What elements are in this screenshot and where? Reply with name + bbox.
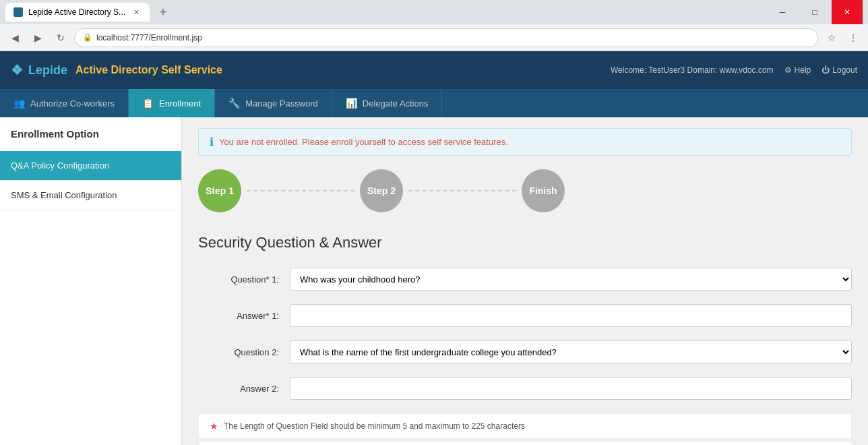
tab-close-button[interactable]: ✕ (131, 7, 142, 18)
browser-action-buttons: ☆ ⋮ (822, 28, 863, 47)
window-controls: ─ □ ✕ (767, 0, 863, 24)
star-icon-1: ★ (210, 421, 218, 432)
app-container: ❖ Lepide Active Directory Self Service W… (0, 51, 868, 445)
info-icon: ℹ (210, 136, 214, 148)
validation-text-1: The Length of Question Field should be m… (224, 421, 525, 431)
manage-password-icon: 🔧 (228, 98, 240, 109)
back-button[interactable]: ◀ (5, 28, 24, 47)
form-row-answer2: Answer 2: (198, 377, 852, 400)
validation-msg-2: ★ The Length of Answer Field should be m… (198, 442, 852, 445)
step-dots-2 (408, 190, 516, 191)
minimize-button[interactable]: ─ (767, 0, 798, 24)
app-nav: 👥 Authorize Co-workers 📋 Enrollment 🔧 Ma… (0, 89, 868, 117)
app-header: ❖ Lepide Active Directory Self Service W… (0, 51, 868, 89)
answer1-label: Answer* 1: (198, 311, 279, 321)
header-right: Welcome: TestUser3 Domain: www.vdoc.com … (611, 65, 857, 75)
tab-title: Lepide Active Directory S... (28, 7, 125, 17)
step2-label: Step 2 (367, 185, 396, 196)
nav-label-manage-password: Manage Password (245, 98, 318, 109)
logo-icon: ❖ (11, 62, 23, 78)
browser-title-bar: Lepide Active Directory S... ✕ + ─ □ ✕ (0, 0, 868, 24)
tab-favicon (13, 7, 23, 17)
close-button[interactable]: ✕ (832, 0, 863, 24)
form-row-question2: Question 2: What is the name of the firs… (198, 340, 852, 363)
alert-message: You are not enrolled. Please enroll your… (219, 137, 508, 147)
logout-label: Logout (832, 65, 857, 75)
form-row-answer1: Answer* 1: (198, 304, 852, 327)
enrollment-form: Question* 1: Who was your childhood hero… (198, 268, 852, 445)
nav-label-delegate-actions: Delegate Actions (363, 98, 429, 109)
app-body: Enrollment Option Q&A Policy Configurati… (0, 117, 868, 445)
browser-controls: ◀ ▶ ↻ 🔒 localhost:7777/Enrollment.jsp ☆ … (0, 24, 868, 51)
sidebar: Enrollment Option Q&A Policy Configurati… (0, 117, 182, 445)
reload-button[interactable]: ↻ (51, 28, 70, 47)
question2-select[interactable]: What is the name of the first undergradu… (290, 340, 852, 363)
question1-label: Question* 1: (198, 274, 279, 285)
nav-label-authorize: Authorize Co-workers (30, 98, 115, 109)
steps-container: Step 1 Step 2 Finish (198, 169, 852, 212)
help-label: Help (795, 65, 811, 75)
new-tab-button[interactable]: + (154, 3, 173, 22)
answer2-label: Answer 2: (198, 384, 279, 394)
maximize-button[interactable]: □ (799, 0, 830, 24)
alert-banner: ℹ You are not enrolled. Please enroll yo… (198, 128, 852, 156)
logo-subtitle: Active Directory Self Service (75, 64, 222, 76)
nav-item-manage-password[interactable]: 🔧 Manage Password (215, 89, 332, 117)
question1-select[interactable]: Who was your childhood hero? What is you… (290, 268, 852, 291)
step2-circle[interactable]: Step 2 (360, 169, 403, 212)
sidebar-item-qa-policy[interactable]: Q&A Policy Configuration (0, 151, 181, 181)
section-title: Security Question & Answer (198, 234, 852, 251)
forward-button[interactable]: ▶ (28, 28, 47, 47)
content-area: ℹ You are not enrolled. Please enroll yo… (182, 117, 868, 445)
address-bar[interactable]: 🔒 localhost:7777/Enrollment.jsp (74, 28, 818, 47)
validation-msg-1: ★ The Length of Question Field should be… (198, 413, 852, 439)
sidebar-item-sms-email[interactable]: SMS & Email Configuration (0, 181, 181, 210)
form-row-question1: Question* 1: Who was your childhood hero… (198, 268, 852, 291)
finish-circle[interactable]: Finish (522, 169, 565, 212)
delegate-actions-icon: 📊 (346, 98, 357, 109)
logout-icon: ⏻ (822, 65, 830, 75)
enrollment-icon: 📋 (142, 98, 154, 109)
bookmark-icon[interactable]: ☆ (822, 28, 841, 47)
authorize-icon: 👥 (13, 98, 25, 109)
menu-icon[interactable]: ⋮ (844, 28, 863, 47)
url-text: localhost:7777/Enrollment.jsp (96, 33, 809, 42)
logo-name: Lepide (28, 63, 67, 78)
lock-icon: 🔒 (83, 33, 92, 42)
logout-link[interactable]: ⏻ Logout (822, 65, 857, 75)
help-icon: ⚙ (784, 65, 792, 75)
nav-item-enrollment[interactable]: 📋 Enrollment (129, 89, 215, 117)
step1-circle[interactable]: Step 1 (198, 169, 241, 212)
question2-label: Question 2: (198, 347, 279, 357)
nav-label-enrollment: Enrollment (159, 98, 201, 109)
step1-label: Step 1 (206, 185, 234, 196)
answer1-input[interactable] (290, 304, 852, 327)
sidebar-title: Enrollment Option (0, 117, 181, 151)
browser-tab[interactable]: Lepide Active Directory S... ✕ (5, 3, 150, 22)
welcome-text: Welcome: TestUser3 Domain: www.vdoc.com (611, 65, 774, 75)
app-logo: ❖ Lepide Active Directory Self Service (11, 62, 222, 78)
step-dots-1 (247, 190, 354, 191)
answer2-input[interactable] (290, 377, 852, 400)
nav-item-delegate-actions[interactable]: 📊 Delegate Actions (332, 89, 443, 117)
finish-label: Finish (529, 185, 557, 196)
nav-item-authorize[interactable]: 👥 Authorize Co-workers (0, 89, 129, 117)
help-link[interactable]: ⚙ Help (784, 65, 811, 75)
